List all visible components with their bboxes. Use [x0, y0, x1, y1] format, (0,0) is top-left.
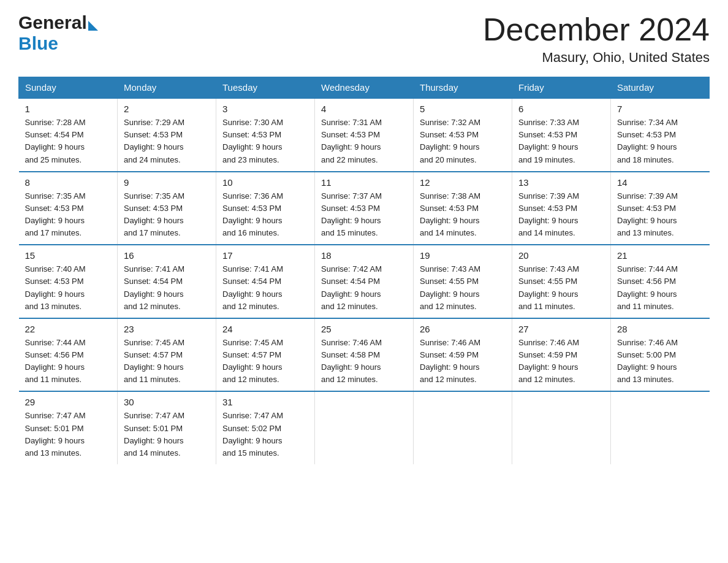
sunset-line: Sunset: 5:02 PM: [222, 424, 281, 433]
sunset-line: Sunset: 4:53 PM: [321, 204, 380, 213]
header-friday: Friday: [512, 77, 611, 99]
day-info: Sunrise: 7:45 AMSunset: 4:57 PMDaylight:…: [222, 337, 308, 386]
sunset-line: Sunset: 4:53 PM: [222, 130, 281, 139]
daylight-line1: Daylight: 9 hours: [222, 216, 282, 225]
daylight-line1: Daylight: 9 hours: [420, 289, 480, 299]
sunset-line: Sunset: 4:53 PM: [617, 130, 676, 139]
daylight-line2: and 22 minutes.: [321, 155, 378, 164]
sunrise-line: Sunrise: 7:40 AM: [25, 264, 86, 274]
daylight-line1: Daylight: 9 hours: [321, 289, 381, 299]
table-row: 29Sunrise: 7:47 AMSunset: 5:01 PMDayligh…: [19, 391, 118, 464]
table-row: [611, 391, 710, 464]
day-number: 10: [222, 177, 308, 188]
sunset-line: Sunset: 5:01 PM: [25, 424, 84, 433]
sunset-line: Sunset: 4:54 PM: [222, 277, 281, 286]
table-row: [414, 391, 512, 464]
day-info: Sunrise: 7:46 AMSunset: 4:59 PMDaylight:…: [518, 337, 604, 386]
daylight-line1: Daylight: 9 hours: [25, 216, 85, 225]
sunrise-line: Sunrise: 7:47 AM: [222, 411, 283, 420]
table-row: 3Sunrise: 7:30 AMSunset: 4:53 PMDaylight…: [216, 98, 315, 172]
table-row: 26Sunrise: 7:46 AMSunset: 4:59 PMDayligh…: [414, 318, 512, 392]
calendar-month-year: December 2024: [483, 12, 710, 47]
day-info: Sunrise: 7:32 AMSunset: 4:53 PMDaylight:…: [420, 117, 506, 166]
day-number: 5: [420, 104, 506, 114]
table-row: 2Sunrise: 7:29 AMSunset: 4:53 PMDaylight…: [118, 98, 216, 172]
table-row: 6Sunrise: 7:33 AMSunset: 4:53 PMDaylight…: [512, 98, 611, 172]
day-info: Sunrise: 7:33 AMSunset: 4:53 PMDaylight:…: [518, 117, 604, 166]
daylight-line2: and 13 minutes.: [617, 375, 674, 384]
daylight-line1: Daylight: 9 hours: [25, 436, 85, 445]
day-number: 1: [25, 104, 112, 114]
daylight-line2: and 11 minutes.: [25, 375, 82, 384]
table-row: 28Sunrise: 7:46 AMSunset: 5:00 PMDayligh…: [611, 318, 710, 392]
sunrise-line: Sunrise: 7:33 AM: [518, 118, 579, 127]
day-info: Sunrise: 7:44 AMSunset: 4:56 PMDaylight:…: [25, 337, 112, 386]
table-row: 20Sunrise: 7:43 AMSunset: 4:55 PMDayligh…: [512, 245, 611, 318]
daylight-line2: and 14 minutes.: [420, 228, 477, 237]
day-number: 7: [617, 104, 703, 114]
day-info: Sunrise: 7:30 AMSunset: 4:53 PMDaylight:…: [222, 117, 308, 166]
day-info: Sunrise: 7:45 AMSunset: 4:57 PMDaylight:…: [124, 337, 210, 386]
sunrise-line: Sunrise: 7:30 AM: [222, 118, 283, 127]
daylight-line1: Daylight: 9 hours: [222, 142, 282, 151]
table-row: 24Sunrise: 7:45 AMSunset: 4:57 PMDayligh…: [216, 318, 315, 392]
day-info: Sunrise: 7:42 AMSunset: 4:54 PMDaylight:…: [321, 263, 407, 313]
daylight-line1: Daylight: 9 hours: [222, 362, 282, 372]
page-header: General Blue December 2024 Masury, Ohio,…: [18, 12, 710, 66]
sunrise-line: Sunrise: 7:39 AM: [518, 191, 579, 201]
daylight-line1: Daylight: 9 hours: [124, 436, 184, 445]
calendar-week-row: 22Sunrise: 7:44 AMSunset: 4:56 PMDayligh…: [19, 318, 710, 392]
table-row: 31Sunrise: 7:47 AMSunset: 5:02 PMDayligh…: [216, 391, 315, 464]
daylight-line1: Daylight: 9 hours: [420, 142, 480, 151]
sunset-line: Sunset: 4:53 PM: [25, 204, 84, 213]
day-number: 11: [321, 177, 407, 188]
sunrise-line: Sunrise: 7:28 AM: [25, 118, 86, 127]
sunrise-line: Sunrise: 7:45 AM: [124, 338, 184, 347]
daylight-line2: and 16 minutes.: [222, 228, 279, 237]
sunset-line: Sunset: 4:53 PM: [420, 130, 479, 139]
daylight-line2: and 19 minutes.: [518, 155, 575, 164]
sunset-line: Sunset: 4:54 PM: [124, 277, 183, 286]
sunrise-line: Sunrise: 7:36 AM: [222, 191, 283, 201]
daylight-line2: and 17 minutes.: [124, 228, 181, 237]
daylight-line1: Daylight: 9 hours: [617, 289, 677, 299]
day-number: 30: [124, 397, 210, 407]
daylight-line2: and 11 minutes.: [124, 375, 181, 384]
sunset-line: Sunset: 4:53 PM: [124, 130, 183, 139]
day-number: 23: [124, 324, 210, 334]
day-number: 15: [25, 250, 112, 261]
day-info: Sunrise: 7:43 AMSunset: 4:55 PMDaylight:…: [518, 263, 604, 313]
day-info: Sunrise: 7:46 AMSunset: 4:58 PMDaylight:…: [321, 337, 407, 386]
table-row: 12Sunrise: 7:38 AMSunset: 4:53 PMDayligh…: [414, 172, 512, 245]
table-row: 30Sunrise: 7:47 AMSunset: 5:01 PMDayligh…: [118, 391, 216, 464]
day-info: Sunrise: 7:31 AMSunset: 4:53 PMDaylight:…: [321, 117, 407, 166]
header-tuesday: Tuesday: [216, 77, 315, 99]
sunrise-line: Sunrise: 7:47 AM: [124, 411, 184, 420]
daylight-line1: Daylight: 9 hours: [321, 142, 381, 151]
sunrise-line: Sunrise: 7:46 AM: [420, 338, 480, 347]
day-info: Sunrise: 7:41 AMSunset: 4:54 PMDaylight:…: [124, 263, 210, 313]
table-row: 13Sunrise: 7:39 AMSunset: 4:53 PMDayligh…: [512, 172, 611, 245]
sunrise-line: Sunrise: 7:41 AM: [222, 264, 283, 274]
table-row: 16Sunrise: 7:41 AMSunset: 4:54 PMDayligh…: [118, 245, 216, 318]
sunset-line: Sunset: 4:54 PM: [321, 277, 380, 286]
daylight-line2: and 12 minutes.: [321, 302, 378, 311]
daylight-line2: and 18 minutes.: [617, 155, 674, 164]
day-info: Sunrise: 7:41 AMSunset: 4:54 PMDaylight:…: [222, 263, 308, 313]
header-saturday: Saturday: [611, 77, 710, 99]
daylight-line2: and 15 minutes.: [321, 228, 378, 237]
sunset-line: Sunset: 4:54 PM: [25, 130, 84, 139]
day-info: Sunrise: 7:29 AMSunset: 4:53 PMDaylight:…: [124, 117, 210, 166]
day-info: Sunrise: 7:40 AMSunset: 4:53 PMDaylight:…: [25, 263, 112, 313]
table-row: [512, 391, 611, 464]
table-row: 1Sunrise: 7:28 AMSunset: 4:54 PMDaylight…: [19, 98, 118, 172]
day-info: Sunrise: 7:36 AMSunset: 4:53 PMDaylight:…: [222, 190, 308, 240]
daylight-line2: and 25 minutes.: [25, 155, 82, 164]
daylight-line1: Daylight: 9 hours: [25, 289, 85, 299]
table-row: 9Sunrise: 7:35 AMSunset: 4:53 PMDaylight…: [118, 172, 216, 245]
sunrise-line: Sunrise: 7:46 AM: [321, 338, 382, 347]
logo: General Blue: [18, 12, 98, 54]
daylight-line1: Daylight: 9 hours: [25, 142, 85, 151]
calendar-table: Sunday Monday Tuesday Wednesday Thursday…: [18, 77, 710, 464]
daylight-line2: and 14 minutes.: [124, 448, 181, 458]
